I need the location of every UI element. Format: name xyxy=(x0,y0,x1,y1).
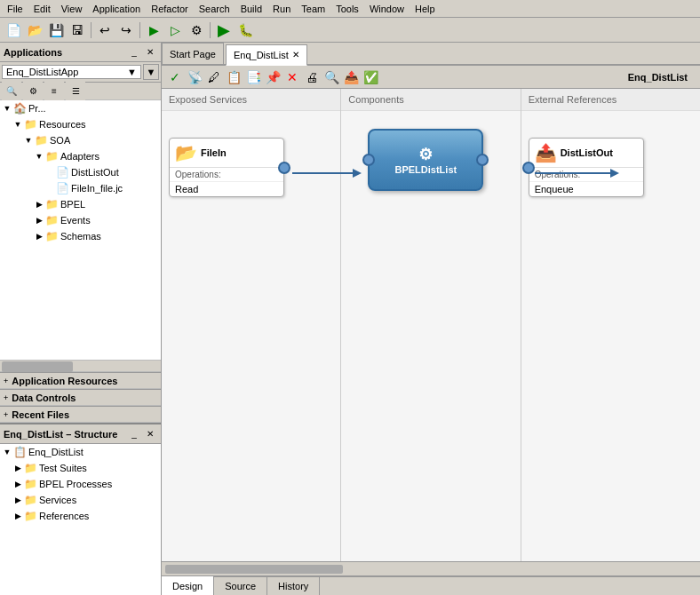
structure-item-root[interactable]: ▼ 📋 Enq_DistList xyxy=(0,444,161,460)
dropdown-arrow: ▼ xyxy=(127,67,137,77)
app-selector: Enq_DistListApp ▼ ▼ xyxy=(0,62,161,83)
menu-help[interactable]: Help xyxy=(410,2,441,16)
toggle-schemas[interactable]: ▶ xyxy=(34,231,44,242)
tab-source-label: Source xyxy=(225,581,256,591)
hscroll-thumb[interactable] xyxy=(2,361,73,372)
toggle-root[interactable]: ▼ xyxy=(2,103,12,114)
tab-design[interactable]: Design xyxy=(162,576,214,595)
tree-item-schemas[interactable]: ▶ 📁 Schemas xyxy=(0,228,161,244)
tree-item-root[interactable]: ▼ 🏠 Pr... xyxy=(0,100,161,116)
toggle-struct-testsuites[interactable]: ▶ xyxy=(12,463,23,473)
tab-start-page-label: Start Page xyxy=(170,49,216,60)
save-all-btn[interactable]: 🖫 xyxy=(68,20,87,40)
tree-btn4[interactable]: ☰ xyxy=(66,82,85,101)
data-controls-header[interactable]: + Data Controls xyxy=(0,390,161,406)
design-btn[interactable]: 🖊 xyxy=(204,67,224,87)
app-config-btn[interactable]: ▼ xyxy=(143,64,159,80)
distlistout-ops-label: Operations: xyxy=(529,168,643,182)
filein-header: 📂 FileIn xyxy=(170,139,283,168)
delete-btn[interactable]: ✕ xyxy=(282,67,302,87)
filein-component[interactable]: 📂 FileIn Operations: Read xyxy=(169,138,284,197)
structure-item-testsuites[interactable]: ▶ 📁 Test Suites xyxy=(0,460,161,476)
print-btn[interactable]: 🖨 xyxy=(302,67,322,87)
toggle-struct-bpel[interactable]: ▶ xyxy=(12,479,23,489)
menu-team[interactable]: Team xyxy=(296,2,330,16)
wifi-btn[interactable]: 📡 xyxy=(185,67,204,87)
bpel-component[interactable]: ⚙ BPELDistList xyxy=(368,129,483,191)
menu-file[interactable]: File xyxy=(2,2,28,16)
toggle-adapters[interactable]: ▼ xyxy=(34,151,44,162)
toggle-struct-root[interactable]: ▼ xyxy=(2,447,12,457)
structure-item-services[interactable]: ▶ 📁 Services xyxy=(0,492,161,508)
paste-btn[interactable]: 📌 xyxy=(263,67,282,87)
save-btn[interactable]: 💾 xyxy=(46,20,66,40)
tree-hscroll[interactable] xyxy=(0,360,161,372)
toggle-struct-references[interactable]: ▶ xyxy=(12,511,23,521)
new-btn[interactable]: 📄 xyxy=(4,20,23,40)
structure-title: Enq_DistList – Structure xyxy=(4,429,117,440)
tab-source[interactable]: Source xyxy=(214,576,267,595)
tree-item-soa[interactable]: ▼ 📁 SOA xyxy=(0,132,161,148)
tree-item-adapters[interactable]: ▼ 📁 Adapters xyxy=(0,148,161,164)
tab-history[interactable]: History xyxy=(267,576,320,595)
menu-build[interactable]: Build xyxy=(235,2,267,16)
check-btn[interactable]: ✅ xyxy=(361,67,380,87)
structure-item-references[interactable]: ▶ 📁 References xyxy=(0,508,161,524)
debug-btn[interactable]: 🐛 xyxy=(235,20,255,40)
toggle-struct-services[interactable]: ▶ xyxy=(12,495,23,505)
menu-edit[interactable]: Edit xyxy=(28,2,56,16)
tab-start-page[interactable]: Start Page xyxy=(162,43,224,64)
copy-btn[interactable]: 📑 xyxy=(243,67,263,87)
canvas-hscroll-thumb[interactable] xyxy=(165,565,343,574)
tab-close-btn[interactable]: ✕ xyxy=(292,50,299,60)
toggle-events[interactable]: ▶ xyxy=(34,215,44,226)
menu-view[interactable]: View xyxy=(56,2,88,16)
menu-tools[interactable]: Tools xyxy=(330,2,364,16)
run3-btn[interactable]: ⚙ xyxy=(187,20,206,40)
tree-item-events[interactable]: ▶ 📁 Events xyxy=(0,212,161,228)
distlistout-component[interactable]: 📤 DistListOut Operations: Enqueue xyxy=(529,138,644,197)
run-green-btn[interactable]: ▶ xyxy=(214,20,234,40)
col-external-refs-header: External References xyxy=(521,89,700,111)
structure-close-icon[interactable]: ✕ xyxy=(143,427,157,441)
toggle-resources[interactable]: ▼ xyxy=(12,119,23,130)
toggle-soa[interactable]: ▼ xyxy=(23,135,34,146)
distlistout-icon: 📤 xyxy=(535,142,557,163)
app-resources-header[interactable]: + Application Resources xyxy=(0,373,161,389)
run-btn[interactable]: ▶ xyxy=(144,20,163,40)
tree-btn1[interactable]: 🔍 xyxy=(2,82,21,101)
toggle-bpel[interactable]: ▶ xyxy=(34,199,44,210)
filein-right-port xyxy=(278,162,290,174)
tree-label-schemas: Schemas xyxy=(60,231,101,242)
menu-application[interactable]: Application xyxy=(87,2,146,16)
root-icon: 🏠 xyxy=(12,101,27,115)
validate-btn[interactable]: ✓ xyxy=(165,67,185,87)
tree-item-distlistout[interactable]: 📄 DistListOut xyxy=(0,164,161,180)
tree-item-bpel[interactable]: ▶ 📁 BPEL xyxy=(0,196,161,212)
tree-btn2[interactable]: ⚙ xyxy=(23,82,43,101)
structure-item-bpel-processes[interactable]: ▶ 📁 BPEL Processes xyxy=(0,476,161,492)
tree-btn3[interactable]: ≡ xyxy=(44,82,64,101)
menu-refactor[interactable]: Refactor xyxy=(146,2,194,16)
export-btn[interactable]: 📤 xyxy=(341,67,361,87)
tree-label-distlistout: DistListOut xyxy=(71,167,119,178)
tab-enq-distlist[interactable]: Enq_DistList ✕ xyxy=(226,44,307,66)
run2-btn[interactable]: ▷ xyxy=(165,20,185,40)
recent-files-header[interactable]: + Recent Files xyxy=(0,407,161,423)
close-icon[interactable]: ✕ xyxy=(143,45,157,60)
canvas-hscroll[interactable] xyxy=(162,561,700,575)
menu-window[interactable]: Window xyxy=(364,2,410,16)
tree-item-filein[interactable]: 📄 FileIn_file.jc xyxy=(0,180,161,196)
redo-btn[interactable]: ↪ xyxy=(116,20,136,40)
props-btn[interactable]: 📋 xyxy=(224,67,243,87)
undo-btn[interactable]: ↩ xyxy=(95,20,115,40)
zoom-btn[interactable]: 🔍 xyxy=(322,67,341,87)
tree-item-resources[interactable]: ▼ 📁 Resources xyxy=(0,116,161,132)
menu-search[interactable]: Search xyxy=(194,2,235,16)
structure-minimize-icon[interactable]: _ xyxy=(127,427,141,441)
app-dropdown[interactable]: Enq_DistListApp ▼ xyxy=(2,65,141,79)
recent-files-label: Recent Files xyxy=(12,409,69,420)
minimize-icon[interactable]: _ xyxy=(127,45,141,60)
open-btn[interactable]: 📂 xyxy=(25,20,44,40)
menu-run[interactable]: Run xyxy=(267,2,296,16)
